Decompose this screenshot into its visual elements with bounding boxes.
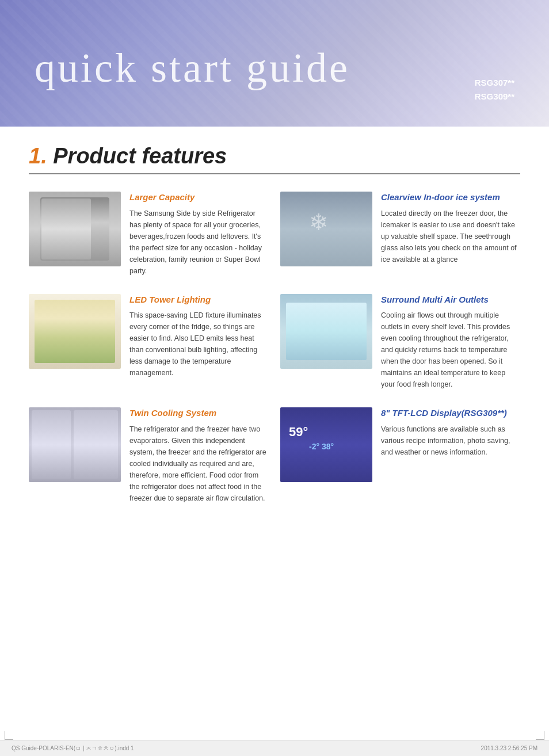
feature-title-led: LED Tower Lighting [129,294,269,306]
feature-desc-tft: Various functions are available such as … [381,423,520,458]
section-title: 1. Product features [29,144,520,174]
corner-mark-br [536,731,544,740]
section-title-text: Product features [47,144,227,168]
section-number: 1. [29,144,47,168]
feature-image-air [280,294,372,369]
feature-content-led: LED Tower Lighting This space-saving LED… [129,294,269,391]
feature-item-tft: 8" TFT-LCD Display(RSG309**) Various fun… [280,407,520,504]
feature-image-fridge [29,192,121,266]
feature-content-twin: Twin Cooling System The refrigerator and… [129,407,269,504]
header-model: RSG307** RSG309** [475,76,514,104]
footer-right: 2011.3.23 2:56:25 PM [481,745,537,751]
feature-content-air: Surround Multi Air Outlets Cooling air f… [381,294,520,391]
feature-title-tft: 8" TFT-LCD Display(RSG309**) [381,407,520,419]
header-title: quick start guide [35,44,350,92]
corner-mark-bl [5,731,13,740]
header-banner: quick start guide RSG307** RSG309** [0,0,549,127]
feature-desc-clearview: Located directly on the freezer door, th… [381,208,520,265]
feature-desc-led: This space-saving LED fixture illuminate… [129,310,269,379]
feature-image-led [29,294,121,369]
feature-row-3: Twin Cooling System The refrigerator and… [29,407,520,504]
model-line2: RSG309** [475,90,514,104]
feature-title-air: Surround Multi Air Outlets [381,294,520,306]
feature-image-tft [280,407,372,482]
feature-item-air: Surround Multi Air Outlets Cooling air f… [280,294,520,391]
page-footer: QS Guide-POLARIS-EN(ㅁ | ㅈㄱㅎㅊㅇ).indd 1 20… [0,740,549,756]
feature-image-ice [280,192,372,266]
feature-item-twin: Twin Cooling System The refrigerator and… [29,407,269,504]
model-line1: RSG307** [475,76,514,90]
feature-item-larger-capacity: Larger Capacity The Samsung Side by side… [29,192,269,277]
feature-content-larger-capacity: Larger Capacity The Samsung Side by side… [129,192,269,277]
feature-desc-larger-capacity: The Samsung Side by side Refrigerator ha… [129,208,269,277]
feature-title-twin: Twin Cooling System [129,407,269,419]
feature-content-clearview: Clearview In-door ice system Located dir… [381,192,520,277]
feature-desc-air: Cooling air flows out through muitiple o… [381,310,520,390]
feature-item-clearview: Clearview In-door ice system Located dir… [280,192,520,277]
feature-desc-twin: The refrigerator and the freezer have tw… [129,423,269,504]
feature-row-2: LED Tower Lighting This space-saving LED… [29,294,520,391]
feature-title-clearview: Clearview In-door ice system [381,192,520,203]
feature-content-tft: 8" TFT-LCD Display(RSG309**) Various fun… [381,407,520,504]
feature-image-twin [29,407,121,482]
page-content: 1. Product features Larger Capacity The … [0,127,549,556]
feature-item-led: LED Tower Lighting This space-saving LED… [29,294,269,391]
feature-row-1: Larger Capacity The Samsung Side by side… [29,192,520,277]
feature-title-larger-capacity: Larger Capacity [129,192,269,203]
features-grid: Larger Capacity The Samsung Side by side… [29,192,520,521]
footer-left: QS Guide-POLARIS-EN(ㅁ | ㅈㄱㅎㅊㅇ).indd 1 [12,744,134,753]
